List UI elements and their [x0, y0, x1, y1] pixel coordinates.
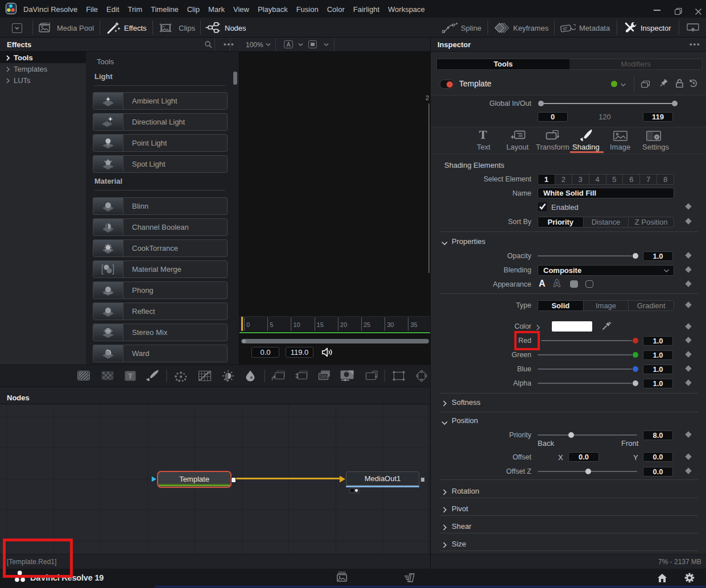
svg-text:T: T — [128, 372, 133, 380]
